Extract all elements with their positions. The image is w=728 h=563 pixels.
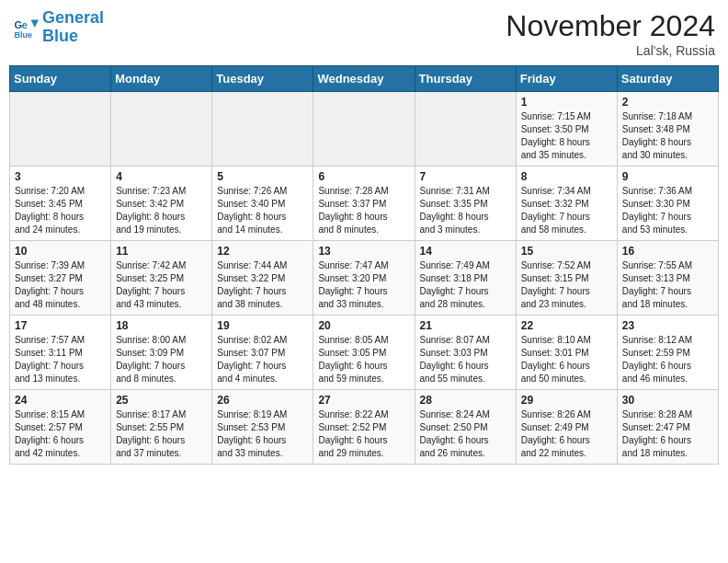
day-cell: 2Sunrise: 7:18 AMSunset: 3:48 PMDaylight… (617, 92, 718, 167)
day-cell: 28Sunrise: 8:24 AMSunset: 2:50 PMDayligh… (415, 390, 516, 465)
day-cell: 10Sunrise: 7:39 AMSunset: 3:27 PMDayligh… (10, 241, 111, 316)
day-info: Sunrise: 7:49 AMSunset: 3:18 PMDaylight:… (420, 259, 511, 311)
day-cell: 4Sunrise: 7:23 AMSunset: 3:42 PMDaylight… (111, 167, 212, 241)
day-number: 12 (217, 245, 308, 258)
day-info: Sunrise: 8:24 AMSunset: 2:50 PMDaylight:… (420, 408, 511, 460)
day-cell: 1Sunrise: 7:15 AMSunset: 3:50 PMDaylight… (516, 92, 617, 167)
day-info: Sunrise: 8:07 AMSunset: 3:03 PMDaylight:… (420, 334, 511, 385)
week-row-0: 1Sunrise: 7:15 AMSunset: 3:50 PMDaylight… (10, 92, 719, 167)
day-number: 19 (217, 319, 308, 332)
day-number: 26 (217, 394, 308, 407)
day-cell: 23Sunrise: 8:12 AMSunset: 2:59 PMDayligh… (617, 316, 718, 390)
weekday-header-wednesday: Wednesday (313, 66, 415, 92)
day-cell: 24Sunrise: 8:15 AMSunset: 2:57 PMDayligh… (10, 390, 111, 465)
day-info: Sunrise: 8:19 AMSunset: 2:53 PMDaylight:… (217, 408, 308, 460)
day-info: Sunrise: 8:05 AMSunset: 3:05 PMDaylight:… (318, 334, 409, 385)
day-info: Sunrise: 7:20 AMSunset: 3:45 PMDaylight:… (15, 185, 106, 236)
svg-text:G: G (14, 19, 22, 30)
day-info: Sunrise: 7:52 AMSunset: 3:15 PMDaylight:… (521, 259, 612, 311)
day-info: Sunrise: 8:12 AMSunset: 2:59 PMDaylight:… (622, 334, 713, 385)
month-year: November 2024 (506, 9, 715, 43)
day-info: Sunrise: 8:28 AMSunset: 2:47 PMDaylight:… (622, 408, 713, 460)
day-number: 11 (116, 245, 207, 258)
calendar: SundayMondayTuesdayWednesdayThursdayFrid… (9, 65, 719, 465)
day-cell (313, 92, 415, 167)
day-number: 20 (318, 319, 409, 332)
day-cell: 8Sunrise: 7:34 AMSunset: 3:32 PMDaylight… (516, 167, 617, 241)
day-cell: 6Sunrise: 7:28 AMSunset: 3:37 PMDaylight… (313, 167, 415, 241)
day-cell: 27Sunrise: 8:22 AMSunset: 2:52 PMDayligh… (313, 390, 415, 465)
day-cell: 19Sunrise: 8:02 AMSunset: 3:07 PMDayligh… (212, 316, 313, 390)
day-cell: 7Sunrise: 7:31 AMSunset: 3:35 PMDaylight… (415, 167, 516, 241)
day-number: 18 (116, 319, 207, 332)
day-number: 1 (521, 96, 612, 109)
day-info: Sunrise: 7:31 AMSunset: 3:35 PMDaylight:… (420, 185, 511, 236)
day-number: 8 (521, 170, 612, 183)
weekday-header-friday: Friday (516, 66, 617, 92)
day-number: 2 (622, 96, 713, 109)
svg-text:Blue: Blue (14, 30, 32, 40)
day-number: 16 (622, 245, 713, 258)
svg-text:e: e (22, 19, 28, 30)
day-info: Sunrise: 8:17 AMSunset: 2:55 PMDaylight:… (116, 408, 207, 460)
location: Lal'sk, Russia (506, 43, 715, 58)
day-number: 28 (420, 394, 511, 407)
day-number: 4 (116, 170, 207, 183)
day-info: Sunrise: 7:28 AMSunset: 3:37 PMDaylight:… (318, 185, 409, 236)
day-number: 10 (15, 245, 106, 258)
day-info: Sunrise: 8:15 AMSunset: 2:57 PMDaylight:… (15, 408, 106, 460)
weekday-header-saturday: Saturday (617, 66, 718, 92)
day-number: 5 (217, 170, 308, 183)
day-number: 21 (420, 319, 511, 332)
day-info: Sunrise: 8:22 AMSunset: 2:52 PMDaylight:… (318, 408, 409, 460)
week-row-3: 17Sunrise: 7:57 AMSunset: 3:11 PMDayligh… (10, 316, 719, 390)
week-row-4: 24Sunrise: 8:15 AMSunset: 2:57 PMDayligh… (10, 390, 719, 465)
day-cell: 16Sunrise: 7:55 AMSunset: 3:13 PMDayligh… (617, 241, 718, 316)
day-number: 27 (318, 394, 409, 407)
day-info: Sunrise: 7:39 AMSunset: 3:27 PMDaylight:… (15, 259, 106, 311)
day-number: 25 (116, 394, 207, 407)
day-cell: 21Sunrise: 8:07 AMSunset: 3:03 PMDayligh… (415, 316, 516, 390)
day-number: 23 (622, 319, 713, 332)
day-cell: 13Sunrise: 7:47 AMSunset: 3:20 PMDayligh… (313, 241, 415, 316)
week-row-2: 10Sunrise: 7:39 AMSunset: 3:27 PMDayligh… (10, 241, 719, 316)
day-info: Sunrise: 7:26 AMSunset: 3:40 PMDaylight:… (217, 185, 308, 236)
logo-icon: G e Blue (13, 15, 39, 40)
day-info: Sunrise: 7:15 AMSunset: 3:50 PMDaylight:… (521, 110, 612, 162)
logo-line1: General (42, 8, 104, 27)
day-cell: 26Sunrise: 8:19 AMSunset: 2:53 PMDayligh… (212, 390, 313, 465)
day-cell: 9Sunrise: 7:36 AMSunset: 3:30 PMDaylight… (617, 167, 718, 241)
day-cell (10, 92, 111, 167)
day-info: Sunrise: 7:57 AMSunset: 3:11 PMDaylight:… (15, 334, 106, 385)
week-row-1: 3Sunrise: 7:20 AMSunset: 3:45 PMDaylight… (10, 167, 719, 241)
day-number: 29 (521, 394, 612, 407)
weekday-header-row: SundayMondayTuesdayWednesdayThursdayFrid… (10, 66, 719, 92)
day-info: Sunrise: 8:02 AMSunset: 3:07 PMDaylight:… (217, 334, 308, 385)
day-number: 13 (318, 245, 409, 258)
day-number: 6 (318, 170, 409, 183)
day-cell: 22Sunrise: 8:10 AMSunset: 3:01 PMDayligh… (516, 316, 617, 390)
day-cell: 29Sunrise: 8:26 AMSunset: 2:49 PMDayligh… (516, 390, 617, 465)
day-cell: 11Sunrise: 7:42 AMSunset: 3:25 PMDayligh… (111, 241, 212, 316)
day-cell: 20Sunrise: 8:05 AMSunset: 3:05 PMDayligh… (313, 316, 415, 390)
day-info: Sunrise: 7:36 AMSunset: 3:30 PMDaylight:… (622, 185, 713, 236)
day-cell (212, 92, 313, 167)
day-number: 7 (420, 170, 511, 183)
logo: G e Blue General Blue (13, 9, 104, 46)
day-info: Sunrise: 7:18 AMSunset: 3:48 PMDaylight:… (622, 110, 713, 162)
logo-text: General Blue (42, 9, 104, 46)
day-cell: 3Sunrise: 7:20 AMSunset: 3:45 PMDaylight… (10, 167, 111, 241)
day-cell: 18Sunrise: 8:00 AMSunset: 3:09 PMDayligh… (111, 316, 212, 390)
day-cell: 14Sunrise: 7:49 AMSunset: 3:18 PMDayligh… (415, 241, 516, 316)
day-cell: 25Sunrise: 8:17 AMSunset: 2:55 PMDayligh… (111, 390, 212, 465)
day-number: 3 (15, 170, 106, 183)
day-info: Sunrise: 8:26 AMSunset: 2:49 PMDaylight:… (521, 408, 612, 460)
header: G e Blue General Blue November 2024 Lal'… (9, 9, 719, 58)
day-info: Sunrise: 7:42 AMSunset: 3:25 PMDaylight:… (116, 259, 207, 311)
weekday-header-tuesday: Tuesday (212, 66, 313, 92)
logo-line2: Blue (42, 27, 78, 45)
day-cell: 15Sunrise: 7:52 AMSunset: 3:15 PMDayligh… (516, 241, 617, 316)
day-number: 17 (15, 319, 106, 332)
day-cell: 30Sunrise: 8:28 AMSunset: 2:47 PMDayligh… (617, 390, 718, 465)
day-info: Sunrise: 7:55 AMSunset: 3:13 PMDaylight:… (622, 259, 713, 311)
